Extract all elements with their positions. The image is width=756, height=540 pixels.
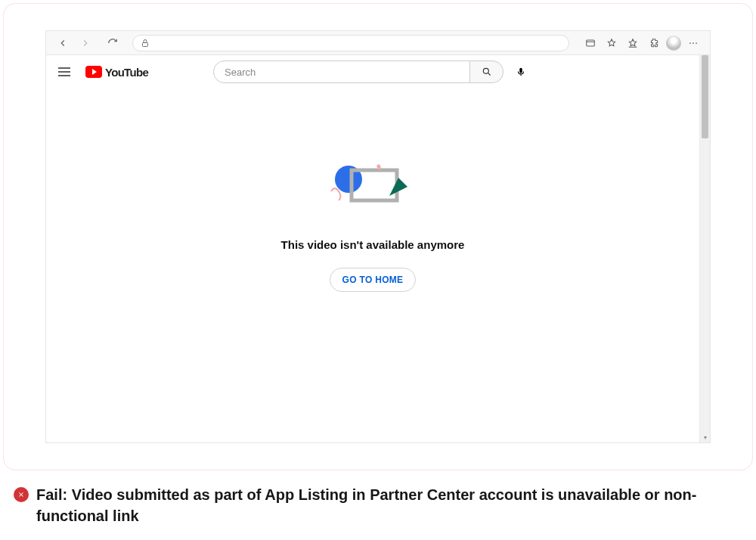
lock-icon <box>141 39 150 48</box>
search-input[interactable]: Search <box>213 61 470 83</box>
unavailable-video-illustration <box>320 157 426 217</box>
svg-point-3 <box>692 42 694 44</box>
youtube-play-icon <box>85 66 102 78</box>
page-viewport: YouTube Search <box>46 55 710 442</box>
voice-search-button[interactable] <box>510 61 532 83</box>
caption-text: Fail: Video submitted as part of App Lis… <box>36 484 742 526</box>
screenshot-card: YouTube Search <box>3 3 753 470</box>
svg-rect-0 <box>143 42 148 46</box>
go-home-button[interactable]: GO TO HOME <box>330 268 417 292</box>
caption: Fail: Video submitted as part of App Lis… <box>0 484 756 526</box>
favorites-bar-icon[interactable] <box>624 34 642 52</box>
browser-toolbar <box>46 31 710 55</box>
svg-rect-6 <box>519 68 522 73</box>
svg-point-4 <box>696 42 697 44</box>
microphone-icon <box>516 67 526 77</box>
scrollbar-thumb[interactable] <box>702 55 708 138</box>
forward-button[interactable] <box>76 34 94 52</box>
svg-point-2 <box>689 42 691 44</box>
back-button[interactable] <box>54 34 72 52</box>
menu-icon[interactable] <box>58 64 73 79</box>
extensions-icon[interactable] <box>645 34 663 52</box>
fail-icon <box>14 487 29 502</box>
error-message: This video isn't available anymore <box>281 238 465 251</box>
scroll-down-arrow[interactable]: ▾ <box>700 432 710 442</box>
reading-view-icon[interactable] <box>581 34 600 52</box>
error-content: This video isn't available anymore GO TO… <box>46 88 699 442</box>
browser-window: YouTube Search <box>45 30 711 443</box>
svg-rect-1 <box>587 39 595 45</box>
youtube-header: YouTube Search <box>46 55 699 88</box>
profile-avatar[interactable] <box>666 36 681 51</box>
youtube-logo[interactable]: YouTube <box>85 66 148 79</box>
refresh-button[interactable] <box>104 34 122 52</box>
more-menu-icon[interactable] <box>684 34 702 52</box>
youtube-logo-text: YouTube <box>105 66 148 79</box>
svg-point-5 <box>483 68 488 73</box>
address-bar[interactable] <box>132 35 569 51</box>
vertical-scrollbar[interactable]: ▾ <box>699 55 710 442</box>
favorites-star-icon[interactable] <box>603 34 621 52</box>
search-icon <box>482 67 492 77</box>
search-button[interactable] <box>470 61 503 83</box>
